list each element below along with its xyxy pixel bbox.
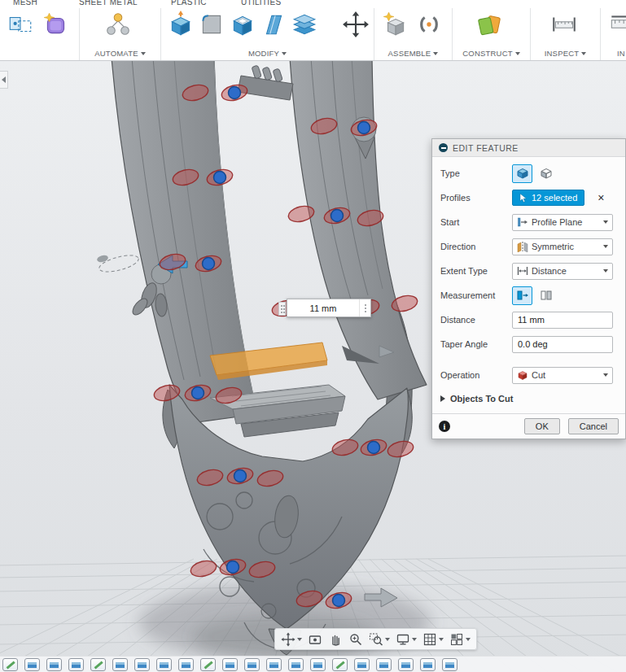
start-dropdown[interactable]: Profile Plane [512, 214, 613, 231]
chevron-down-icon [603, 220, 608, 224]
extrude-feature-icon[interactable] [420, 658, 436, 671]
display-settings-button[interactable] [394, 631, 418, 648]
insert-menu[interactable]: IN [601, 49, 626, 60]
sketch-feature-icon[interactable] [332, 658, 348, 671]
extrude-feature-icon[interactable] [134, 658, 150, 671]
assemble-menu[interactable]: ASSEMBLE [374, 49, 452, 60]
pan-button[interactable] [326, 631, 344, 648]
construct-menu[interactable]: CONSTRUCT [453, 49, 530, 60]
extrude-feature-icon[interactable] [354, 658, 370, 671]
extrude-feature-icon[interactable] [156, 658, 172, 671]
edit-feature-icon [439, 143, 448, 152]
automate-menu[interactable]: AUTOMATE [80, 49, 160, 60]
toolbar-group-construct: CONSTRUCT [453, 8, 531, 60]
joint-icon[interactable] [415, 11, 443, 38]
dimension-menu-icon[interactable] [359, 299, 370, 316]
profile-center-point[interactable] [333, 595, 345, 607]
shell-icon[interactable] [229, 11, 256, 38]
dialog-footer: i OK Cancel [432, 413, 625, 439]
tab-plastic[interactable]: PLASTIC [171, 0, 207, 7]
move-copy-icon[interactable] [342, 11, 370, 38]
info-icon[interactable]: i [439, 421, 450, 432]
chevron-down-icon [141, 52, 146, 55]
profile-center-point[interactable] [214, 172, 226, 184]
scripts-addins-icon[interactable] [104, 11, 132, 38]
taper-angle-field[interactable] [512, 336, 613, 353]
chevron-down-icon [282, 52, 287, 55]
extrude-feature-icon[interactable] [310, 658, 326, 671]
clear-selection-icon[interactable]: × [598, 192, 604, 203]
measure-icon[interactable] [550, 11, 578, 38]
profile-center-point[interactable] [358, 122, 370, 134]
zoom-button[interactable] [347, 631, 365, 648]
profile-center-point[interactable] [368, 442, 380, 454]
extrude-feature-icon[interactable] [222, 658, 238, 671]
toolbar-tabs: MESH SHEET METAL PLASTIC UTILITIES [0, 0, 626, 8]
measure-whole-icon [516, 289, 529, 302]
dialog-title: EDIT FEATURE [453, 143, 519, 153]
browser-panel-toggle[interactable] [0, 71, 8, 89]
zoom-window-button[interactable] [367, 631, 392, 648]
extrude-feature-icon[interactable] [266, 658, 282, 671]
profiles-selected-button[interactable]: 12 selected [512, 190, 584, 206]
sketch-feature-icon[interactable] [90, 658, 106, 671]
partial-tool-icon[interactable] [607, 11, 626, 38]
extrude-type-thin-button[interactable] [536, 164, 556, 183]
cut-operation-icon [517, 369, 528, 381]
extrude-feature-icon[interactable] [68, 658, 84, 671]
tab-mesh[interactable]: MESH [13, 0, 37, 7]
extrude-glyph [379, 662, 388, 668]
construction-plane-icon[interactable] [475, 11, 503, 38]
operation-dropdown[interactable]: Cut [512, 367, 613, 384]
design-timeline[interactable] [0, 656, 626, 672]
dialog-header[interactable]: EDIT FEATURE [432, 139, 625, 157]
direction-dropdown[interactable]: Symmetric [512, 238, 613, 255]
zoom-icon [348, 632, 363, 647]
display-settings-icon [396, 632, 410, 647]
create-form-icon[interactable] [42, 11, 70, 38]
measurement-half-button[interactable] [536, 286, 556, 305]
extrude-glyph [357, 662, 366, 668]
profile-center-point[interactable] [203, 258, 215, 270]
tab-utilities[interactable]: UTILITIES [241, 0, 281, 7]
extrude-feature-icon[interactable] [398, 658, 414, 671]
extrude-feature-icon[interactable] [442, 658, 457, 671]
extrude-feature-icon[interactable] [24, 658, 40, 671]
extrude-type-solid-button[interactable] [512, 164, 532, 183]
base-feature-icon[interactable] [7, 11, 34, 38]
objects-to-cut-section[interactable]: Objects To Cut [440, 387, 617, 410]
extrude-feature-icon[interactable] [244, 658, 260, 671]
tab-sheet-metal[interactable]: SHEET METAL [79, 0, 138, 7]
grid-settings-button[interactable] [421, 631, 445, 648]
profile-center-point[interactable] [227, 561, 239, 574]
profile-center-point[interactable] [192, 387, 204, 399]
extent-type-dropdown[interactable]: Distance [512, 263, 613, 280]
extrude-feature-icon[interactable] [112, 658, 128, 671]
press-pull-icon[interactable] [167, 11, 195, 38]
distance-field[interactable] [512, 312, 613, 329]
draft-icon[interactable] [260, 11, 287, 38]
extrude-feature-icon[interactable] [376, 658, 392, 671]
cancel-button[interactable]: Cancel [568, 418, 619, 434]
profile-center-point[interactable] [229, 87, 241, 99]
profile-center-point[interactable] [234, 470, 247, 482]
extrude-feature-icon[interactable] [178, 658, 194, 671]
extrude-feature-icon[interactable] [46, 658, 62, 671]
modify-menu[interactable]: MODIFY [161, 49, 374, 60]
distance-dimension-input[interactable] [287, 303, 359, 313]
drag-grip-icon[interactable] [278, 302, 286, 316]
viewports-button[interactable] [448, 631, 472, 648]
fillet-icon[interactable] [198, 11, 225, 38]
profile-center-point[interactable] [331, 210, 344, 222]
inspect-menu[interactable]: INSPECT [531, 49, 600, 60]
orbit-button[interactable] [279, 631, 304, 648]
extrude-feature-icon[interactable] [288, 658, 304, 671]
extrude-glyph [28, 662, 37, 668]
sketch-feature-icon[interactable] [2, 658, 18, 671]
sketch-feature-icon[interactable] [200, 658, 216, 671]
measurement-whole-button[interactable] [512, 286, 532, 305]
scale-icon[interactable] [291, 11, 318, 38]
new-component-icon[interactable] [381, 11, 409, 38]
ok-button[interactable]: OK [524, 418, 560, 434]
look-at-button[interactable] [306, 631, 324, 648]
